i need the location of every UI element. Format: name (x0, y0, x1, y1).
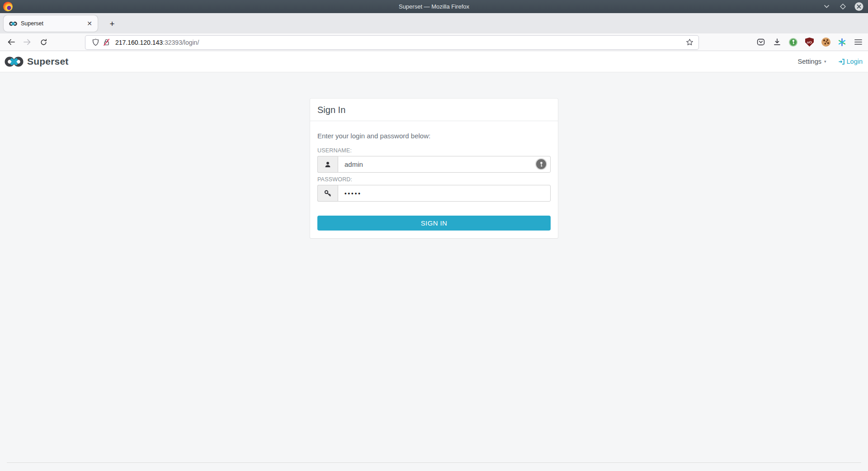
username-input[interactable] (338, 156, 551, 173)
forward-button[interactable] (21, 36, 33, 48)
tracking-shield-icon[interactable] (90, 37, 101, 48)
url-bar[interactable]: 217.160.120.143:32393/login/ (85, 36, 698, 49)
key-icon (324, 190, 331, 197)
username-group (317, 156, 551, 173)
new-tab-button[interactable]: + (106, 18, 118, 30)
cookie-icon (821, 38, 830, 47)
hamburger-menu-icon[interactable] (852, 36, 864, 48)
toolbar-extensions: uO (755, 36, 864, 48)
superset-logo[interactable]: Superset (5, 56, 68, 67)
cookie-extension-icon[interactable] (820, 36, 832, 48)
login-link[interactable]: Login (838, 58, 863, 65)
sign-in-panel: Sign In Enter your login and password be… (310, 99, 558, 238)
password-input[interactable] (338, 185, 551, 202)
bookmark-star-icon[interactable] (684, 37, 695, 48)
panel-heading: Sign In (310, 99, 558, 121)
header-menu: Settings ▾ Login (798, 58, 863, 65)
sign-in-button[interactable]: SIGN IN (317, 216, 551, 231)
url-host: 217.160.120.143 (115, 39, 163, 46)
insecure-lock-icon[interactable] (101, 37, 112, 48)
tab-strip: Superset ✕ + (0, 13, 868, 33)
ublock-shield: uO (805, 38, 814, 47)
login-prompt: Enter your login and password below: (317, 132, 551, 140)
close-button[interactable] (854, 2, 863, 11)
password-group (317, 185, 551, 202)
superset-favicon (9, 21, 17, 26)
keepassxc-field-icon[interactable] (535, 158, 547, 170)
settings-dropdown[interactable]: Settings ▾ (798, 58, 826, 65)
tab-title: Superset (21, 20, 85, 27)
superset-navbar: Superset Settings ▾ Login (0, 51, 868, 72)
tab-close-icon[interactable]: ✕ (85, 19, 94, 28)
url-path: :32393/login/ (163, 39, 199, 46)
window-titlebar: Superset — Mozilla Firefox (0, 0, 868, 13)
tab-superset[interactable]: Superset ✕ (4, 15, 98, 32)
user-addon (317, 156, 338, 173)
username-label: USERNAME: (317, 147, 551, 154)
pocket-icon[interactable] (755, 36, 767, 48)
panel-title: Sign In (317, 105, 551, 115)
settings-label: Settings (798, 58, 821, 65)
chevron-down-icon: ▾ (824, 59, 826, 64)
reload-button[interactable] (37, 36, 50, 48)
superset-infinity-icon (5, 57, 24, 67)
password-label: PASSWORD: (317, 176, 551, 183)
panel-body: Enter your login and password below: USE… (310, 121, 558, 238)
consent-extension-icon[interactable] (836, 36, 848, 48)
downloads-icon[interactable] (771, 36, 783, 48)
key-addon (317, 185, 338, 202)
keepassxc-extension-icon[interactable] (787, 36, 799, 48)
minimize-button[interactable] (822, 2, 831, 11)
brand-name: Superset (27, 56, 68, 67)
login-label: Login (847, 58, 863, 65)
window-controls (822, 0, 863, 13)
window-title: Superset — Mozilla Firefox (0, 3, 868, 10)
user-icon (325, 161, 331, 168)
back-button[interactable] (5, 36, 17, 48)
url-text: 217.160.120.143:32393/login/ (115, 39, 199, 46)
keepassxc-key-icon (789, 38, 797, 47)
maximize-button[interactable] (838, 2, 847, 11)
ublock-origin-icon[interactable]: uO (803, 36, 816, 48)
browser-toolbar: 217.160.120.143:32393/login/ uO (0, 33, 868, 51)
sign-in-icon (838, 58, 845, 65)
footer-divider (7, 462, 861, 463)
